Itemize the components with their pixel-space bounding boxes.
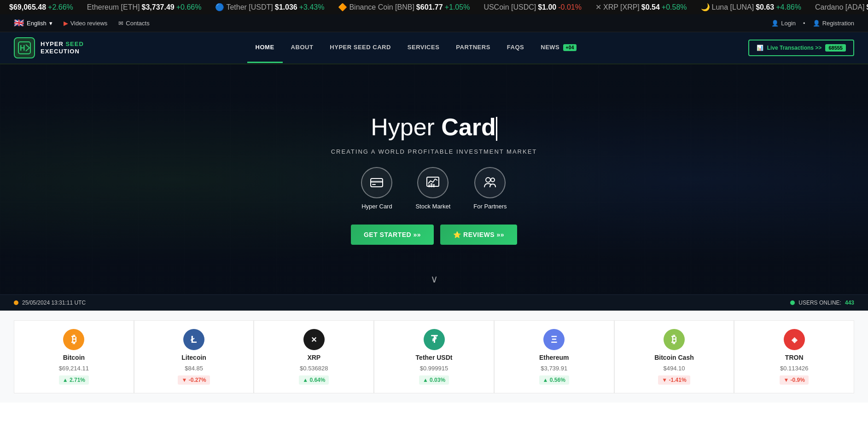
litecoin-icon: Ł bbox=[183, 329, 204, 350]
ticker-item: 🔶 Binance Coin [BNB] $601.77 +1.05% bbox=[338, 3, 470, 12]
users-online-count: 443 bbox=[845, 300, 854, 306]
tron-name: TRON bbox=[785, 354, 804, 361]
svg-rect-7 bbox=[431, 183, 432, 187]
hero-content: Hyper Card CREATING A WORLD PROFITABLE I… bbox=[331, 114, 537, 245]
nav-partners[interactable]: PARTNERS bbox=[448, 33, 499, 63]
nav-home[interactable]: HOME bbox=[247, 33, 283, 63]
hyper-card-circle bbox=[361, 167, 392, 198]
crypto-card-litecoin[interactable]: Ł Litecoin $84.85 ▼ -0.27% bbox=[134, 320, 254, 393]
crypto-card-bitcoin-cash[interactable]: ₿ Bitcoin Cash $494.10 ▼ -1.41% bbox=[614, 320, 734, 393]
contacts-icon: ✉ bbox=[118, 20, 123, 27]
nav-hyper-seed-card[interactable]: HYPER SEED CARD bbox=[321, 33, 399, 63]
ticker-item: USCoin [USDC] $1.00 -0.01% bbox=[484, 3, 582, 12]
svg-point-10 bbox=[491, 178, 495, 182]
chevron-down-icon: ▾ bbox=[49, 20, 52, 27]
status-bar-right: USERS ONLINE: 443 bbox=[790, 300, 854, 306]
login-link[interactable]: 👤 Login bbox=[771, 20, 796, 27]
bitcoin-icon: ₿ bbox=[63, 329, 84, 350]
ticker-item: $69,065.48 +2.66% bbox=[9, 3, 73, 12]
svg-rect-4 bbox=[372, 184, 376, 185]
video-reviews-link[interactable]: ▶ Video reviews bbox=[64, 20, 108, 27]
status-bar: 25/05/2024 13:31:11 UTC USERS ONLINE: 44… bbox=[0, 294, 868, 311]
navbar: H HYPER SEEDEXECUTION HOME ABOUT HYPER S… bbox=[0, 32, 868, 64]
ethereum-name: Ethereum bbox=[539, 354, 569, 361]
nav-faqs[interactable]: FAQS bbox=[499, 33, 532, 63]
scroll-down-arrow[interactable]: ∨ bbox=[431, 273, 438, 285]
svg-rect-8 bbox=[433, 184, 435, 187]
tether-price: $0.999915 bbox=[420, 365, 448, 372]
top-bar: 🇬🇧 English ▾ ▶ Video reviews ✉ Contacts … bbox=[0, 14, 868, 32]
top-bar-right: 👤 Login • 👤 Registration bbox=[771, 20, 854, 27]
bitcoin-price: $69,214.11 bbox=[59, 365, 89, 372]
hero-section: Hyper Card CREATING A WORLD PROFITABLE I… bbox=[0, 64, 868, 294]
tron-change: ▼ -0.9% bbox=[780, 375, 809, 385]
xrp-change: ▲ 0.64% bbox=[299, 375, 329, 385]
datetime-label: 25/05/2024 13:31:11 UTC bbox=[22, 300, 86, 306]
user-icon: 👤 bbox=[771, 20, 779, 27]
top-bar-left: 🇬🇧 English ▾ ▶ Video reviews ✉ Contacts bbox=[14, 18, 150, 28]
tether-name: Tether USDt bbox=[416, 354, 453, 361]
stock-market-label: Stock Market bbox=[415, 203, 450, 210]
language-selector[interactable]: 🇬🇧 English ▾ bbox=[14, 18, 52, 28]
bitcoin-cash-icon: ₿ bbox=[664, 329, 685, 350]
partners-label: For Partners bbox=[473, 203, 507, 210]
stock-market-icon-item[interactable]: Stock Market bbox=[415, 167, 450, 210]
hyper-card-icon-item[interactable]: Hyper Card bbox=[361, 167, 392, 210]
nav-news[interactable]: NEWS +04 bbox=[532, 33, 585, 63]
svg-rect-6 bbox=[428, 184, 430, 187]
ticker-item: Cardano [ADA] $0.46 -0.07% bbox=[815, 3, 868, 12]
crypto-section: WikiFX WikiFX WikiFX ₿ Bitcoin $69,214.1… bbox=[0, 311, 868, 403]
hero-subtitle: CREATING A WORLD PROFITABLE INVESTMENT M… bbox=[331, 148, 537, 155]
logo-icon: H bbox=[14, 37, 35, 58]
live-transactions-button[interactable]: 📊 Live Transactions >> 68555 bbox=[748, 40, 854, 56]
ethereum-icon: Ξ bbox=[543, 329, 565, 350]
svg-point-9 bbox=[486, 178, 490, 182]
users-online-label: USERS ONLINE: bbox=[798, 300, 841, 306]
crypto-card-tether[interactable]: ₮ Tether USDt $0.999915 ▲ 0.03% bbox=[374, 320, 494, 393]
chart-icon: 📊 bbox=[757, 45, 763, 51]
live-tx-count: 68555 bbox=[825, 44, 846, 52]
hero-icons: Hyper Card Stock Market bbox=[361, 167, 507, 210]
logo-text: HYPER SEEDEXECUTION bbox=[41, 40, 84, 55]
crypto-card-ethereum[interactable]: Ξ Ethereum $3,739.91 ▲ 0.56% bbox=[494, 320, 614, 393]
ticker-bar: $69,065.48 +2.66% Ethereum [ETH] $3,737.… bbox=[0, 0, 868, 14]
ticker-item: ✕ XRP [XRP] $0.54 +0.58% bbox=[595, 3, 687, 12]
litecoin-name: Litecoin bbox=[181, 354, 206, 361]
xrp-name: XRP bbox=[307, 354, 320, 361]
tron-icon: ◈ bbox=[784, 329, 805, 350]
reviews-button[interactable]: ⭐ REVIEWS »» bbox=[440, 225, 517, 245]
nav-about[interactable]: ABOUT bbox=[283, 33, 322, 63]
nav-links: HOME ABOUT HYPER SEED CARD SERVICES PART… bbox=[247, 33, 585, 63]
crypto-card-bitcoin[interactable]: ₿ Bitcoin $69,214.11 ▲ 2.71% bbox=[14, 320, 134, 393]
ticker-item: Ethereum [ETH] $3,737.49 +0.66% bbox=[87, 3, 202, 12]
ticker-item: 🔵 Tether [USDT] $1.036 +3.43% bbox=[215, 3, 324, 12]
svg-text:H: H bbox=[20, 44, 25, 52]
register-icon: 👤 bbox=[813, 20, 820, 27]
litecoin-change: ▼ -0.27% bbox=[178, 375, 210, 385]
xrp-price: $0.536828 bbox=[300, 365, 328, 372]
litecoin-price: $84.85 bbox=[185, 365, 203, 372]
crypto-cards-container: ₿ Bitcoin $69,214.11 ▲ 2.71% Ł Litecoin … bbox=[14, 320, 854, 393]
online-dot bbox=[790, 300, 795, 305]
bitcoin-cash-change: ▼ -1.41% bbox=[658, 375, 690, 385]
hero-title: Hyper Card bbox=[371, 114, 497, 141]
status-bar-left: 25/05/2024 13:31:11 UTC bbox=[14, 300, 86, 306]
tether-icon: ₮ bbox=[424, 329, 445, 350]
bitcoin-name: Bitcoin bbox=[63, 354, 85, 361]
bitcoin-cash-price: $494.10 bbox=[663, 365, 685, 372]
partners-icon-item[interactable]: For Partners bbox=[473, 167, 507, 210]
crypto-card-tron[interactable]: ◈ TRON $0.113426 ▼ -0.9% bbox=[734, 320, 854, 393]
hero-buttons: GET STARTED »» ⭐ REVIEWS »» bbox=[351, 225, 517, 245]
datetime-dot bbox=[14, 300, 18, 305]
get-started-button[interactable]: GET STARTED »» bbox=[351, 225, 434, 245]
contacts-link[interactable]: ✉ Contacts bbox=[118, 20, 149, 27]
xrp-icon: ✕ bbox=[303, 329, 325, 350]
registration-link[interactable]: 👤 Registration bbox=[813, 20, 854, 27]
ticker-content: $69,065.48 +2.66% Ethereum [ETH] $3,737.… bbox=[0, 0, 868, 14]
hyper-card-label: Hyper Card bbox=[361, 203, 392, 210]
language-label: English bbox=[27, 20, 47, 27]
news-badge: +04 bbox=[563, 44, 576, 51]
ethereum-price: $3,739.91 bbox=[541, 365, 567, 372]
crypto-card-xrp[interactable]: ✕ XRP $0.536828 ▲ 0.64% bbox=[254, 320, 374, 393]
nav-services[interactable]: SERVICES bbox=[399, 33, 448, 63]
